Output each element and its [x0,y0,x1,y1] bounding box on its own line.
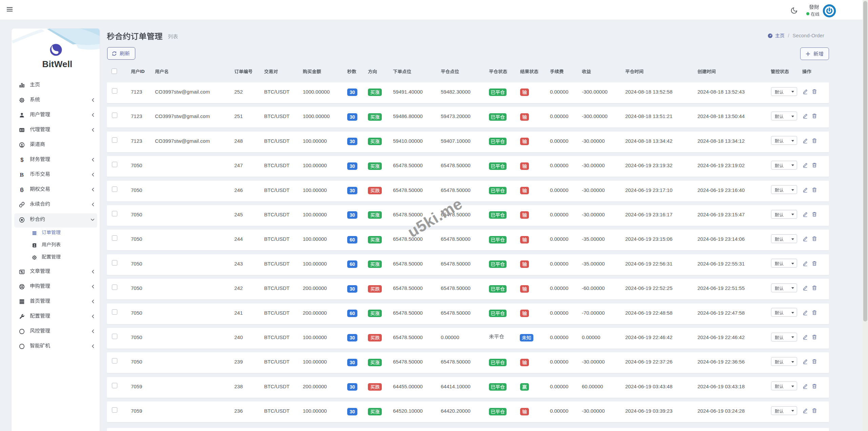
svg-text:B: B [20,172,24,178]
svg-text:$: $ [20,157,23,163]
svg-text:B: B [20,187,24,193]
